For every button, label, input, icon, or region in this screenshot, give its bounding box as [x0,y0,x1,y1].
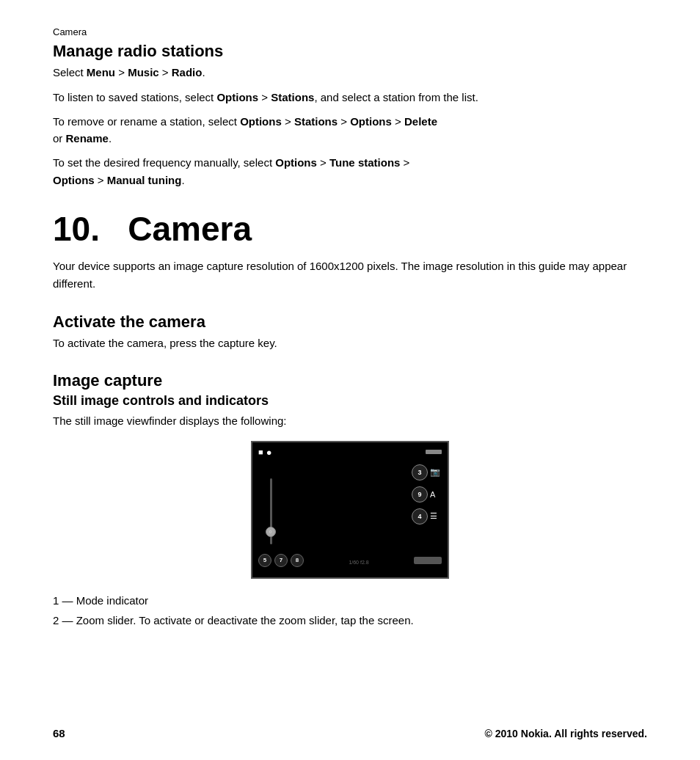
para2: To remove or rename a station, select Op… [53,113,647,147]
menu-bold: Menu [87,66,115,78]
vf-num-9: 9 [418,491,421,498]
vf-a-icon: A [430,490,435,499]
vf-zoom-icon: ○ [269,529,271,534]
vf-mode-icon: ■ [258,447,263,456]
page: Camera Manage radio stations Select Menu… [0,0,700,760]
vf-bottom-text-group: 1/60 f2.8 [349,554,368,567]
nav-line: Select Menu > Music > Radio. [53,64,647,81]
options-bold-5: Options [53,174,95,186]
list-item-2: 2 — Zoom slider. To activate or deactiva… [53,612,647,629]
image-capture-heading: Image capture [53,371,647,390]
options-bold-1: Options [216,91,258,103]
chapter-heading: 10. Camera [53,211,647,248]
vf-bottom-row: 5 7 8 1/60 f2.8 [258,554,442,567]
vf-circle-5: 5 [258,554,271,567]
options-bold-2: Options [240,115,282,128]
viewfinder-container: ■ ● ○ [53,441,647,579]
vf-camera-icon: 📷 [430,467,440,477]
vf-bottom-icons: 5 7 8 [258,554,304,567]
vf-info-icon: ● [266,447,272,458]
vf-top-right [426,450,442,454]
vf-circle-4: 4 [412,508,428,525]
viewfinder-inner: ■ ● ○ [252,442,448,577]
vf-icon-3: 3 📷 [412,464,440,481]
viewfinder-image: ■ ● ○ [251,441,449,579]
vf-slider-knob: ○ [266,527,276,537]
vf-num-3: 3 [418,469,421,476]
delete-bold: Delete [404,115,437,128]
vf-battery-bar [426,450,442,454]
vf-bottom-bar [414,557,442,564]
activate-section: Activate the camera To activate the came… [53,313,647,352]
chapter-title: Camera [128,210,252,248]
manual-tuning-bold: Manual tuning [107,174,182,186]
options-bold-3: Options [350,115,392,128]
manage-heading: Manage radio stations [53,42,647,61]
top-label: Camera [53,26,647,37]
chapter-number: 10. [53,210,100,248]
stations-bold-1: Stations [271,91,314,103]
vf-zoom-slider: ○ [266,468,276,544]
tune-stations-bold: Tune stations [329,156,400,169]
vf-top-row: ■ ● [258,447,442,458]
vf-slider-track: ○ [270,478,272,544]
camera-chapter: 10. Camera Your device supports an image… [53,211,647,292]
numbered-list: 1 — Mode indicator 2 — Zoom slider. To a… [53,592,647,629]
music-bold: Music [128,66,159,78]
vf-icon-4: 4 ☰ [412,508,440,525]
stations-bold-2: Stations [294,115,338,128]
footer-page-number: 68 [53,727,65,739]
rename-bold: Rename [66,132,109,145]
list-item-1: 1 — Mode indicator [53,592,647,609]
vf-menu-icon: ☰ [430,511,437,521]
manage-section: Manage radio stations Select Menu > Musi… [53,42,647,189]
activate-heading: Activate the camera [53,313,647,332]
radio-bold: Radio [172,66,203,78]
page-footer: 68 © 2010 Nokia. All rights reserved. [53,727,647,739]
options-bold-4: Options [275,156,317,169]
vf-circle-9: 9 [412,486,428,503]
activate-body: To activate the camera, press the captur… [53,335,647,351]
vf-circle-8: 8 [291,554,304,567]
vf-icon-9: 9 A [412,486,440,503]
vf-num-4: 4 [418,513,421,520]
vf-right-icons: 3 📷 9 A 4 [412,464,440,525]
footer-copyright: © 2010 Nokia. All rights reserved. [485,728,647,739]
vf-bottom-text: 1/60 f2.8 [349,560,368,565]
vf-circle-3: 3 [412,464,428,481]
vf-top-left: ■ ● [258,447,272,458]
para1: To listen to saved stations, select Opti… [53,89,647,106]
chapter-intro: Your device supports an image capture re… [53,257,647,292]
still-image-subheading: Still image controls and indicators [53,393,647,409]
still-image-body: The still image viewfinder displays the … [53,412,647,429]
para3: To set the desired frequency manually, s… [53,154,647,189]
image-capture-section: Image capture Still image controls and i… [53,371,647,629]
vf-circle-7: 7 [274,554,288,567]
